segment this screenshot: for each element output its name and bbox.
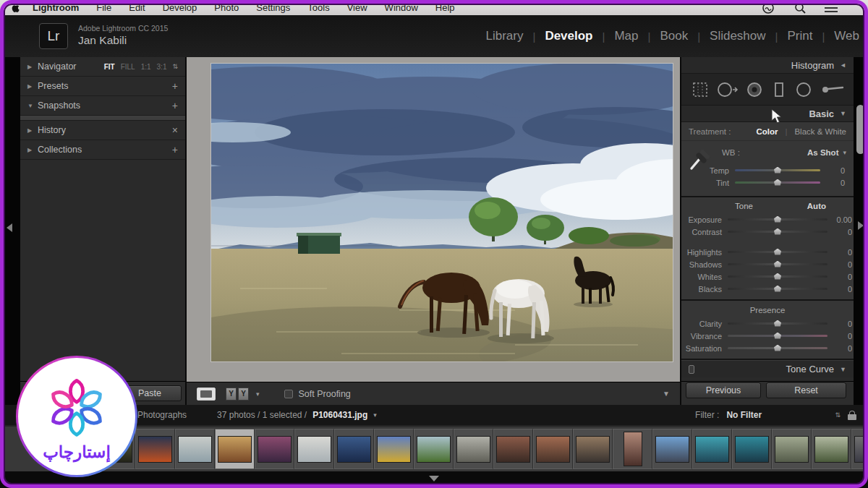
filmstrip-thumbnail[interactable] <box>135 429 175 469</box>
slider-track[interactable] <box>728 347 827 349</box>
filmstrip-thumbnail[interactable] <box>533 429 573 469</box>
filmstrip-thumbnail[interactable] <box>294 429 334 469</box>
tone-curve-header[interactable]: Tone Curve ▼ <box>681 360 854 377</box>
thumbnail-image[interactable] <box>178 436 212 463</box>
slider-knob[interactable] <box>774 285 781 291</box>
main-photo[interactable] <box>211 64 673 361</box>
adjustment-brush-icon[interactable] <box>820 80 846 100</box>
thumbnail-image[interactable] <box>576 436 610 463</box>
slider-track[interactable] <box>735 169 820 171</box>
histogram-header[interactable]: Histogram ◄ <box>681 57 854 74</box>
slider-track[interactable] <box>735 181 820 184</box>
before-after-view-icons[interactable]: Y Y <box>226 388 249 401</box>
thumbnail-image[interactable] <box>138 436 172 463</box>
thumbnail-image[interactable] <box>297 436 331 463</box>
before-after-yy-icon[interactable]: Y <box>238 388 249 401</box>
filmstrip-thumbnail[interactable] <box>613 429 652 469</box>
slider-knob[interactable] <box>774 248 781 254</box>
slider-tint[interactable]: Tint0 <box>689 176 846 189</box>
panel-section-history[interactable]: ▶History× <box>20 121 185 140</box>
navigator-zoom-fit[interactable]: FIT <box>104 63 115 71</box>
wb-dropdown-caret-icon[interactable]: ▾ <box>843 149 846 156</box>
notification-list-icon[interactable] <box>825 3 838 13</box>
filmstrip-thumbnail[interactable] <box>374 429 414 469</box>
menu-item-help[interactable]: Help <box>435 2 455 13</box>
slider-shadows[interactable]: Shadows0 <box>681 258 854 270</box>
menu-item-settings[interactable]: Settings <box>256 2 290 13</box>
slider-track[interactable] <box>728 263 827 265</box>
disclosure-triangle-icon[interactable]: ▶ <box>27 147 38 153</box>
basic-header[interactable]: Basic ▼ <box>681 106 854 122</box>
slider-temp[interactable]: Temp0 <box>689 164 846 176</box>
slider-whites[interactable]: Whites0 <box>681 270 854 283</box>
slider-clarity[interactable]: Clarity0 <box>681 317 854 330</box>
module-tab-web[interactable]: Web <box>831 29 862 43</box>
slider-vibrance[interactable]: Vibrance0 <box>681 330 854 342</box>
thumbnail-image[interactable] <box>854 436 868 463</box>
disclosure-triangle-icon[interactable]: ▶ <box>27 64 38 70</box>
disclosure-triangle-icon[interactable]: ▶ <box>27 83 38 90</box>
menu-item-develop[interactable]: Develop <box>163 2 197 13</box>
slider-knob[interactable] <box>774 215 781 222</box>
collapse-right-arrow-icon[interactable] <box>858 221 864 230</box>
thumbnail-image[interactable] <box>695 436 729 463</box>
right-scrollbar-thumb[interactable] <box>856 105 864 154</box>
spotlight-search-icon[interactable] <box>794 2 806 14</box>
creative-cloud-icon[interactable] <box>761 2 775 14</box>
slider-track[interactable] <box>728 288 827 290</box>
previous-button[interactable]: Previous <box>686 382 761 398</box>
loupe-view-icon[interactable] <box>197 388 216 401</box>
section-action-icon[interactable]: + <box>172 100 178 111</box>
collapse-left-arrow-icon[interactable] <box>7 223 12 232</box>
navigator-header[interactable]: ▶ Navigator FITFILL1:13:1⇅ <box>20 57 185 77</box>
menu-item-lightroom[interactable]: Lightroom <box>33 2 79 13</box>
slider-blacks[interactable]: Blacks0 <box>681 283 854 295</box>
filmstrip-thumbnail[interactable] <box>215 429 255 469</box>
disclosure-triangle-icon[interactable]: ▶ <box>27 127 38 134</box>
panel-section-snapshots[interactable]: ▼Snapshots+ <box>20 96 185 116</box>
menu-item-file[interactable]: File <box>96 2 111 13</box>
basic-collapse-icon[interactable]: ▼ <box>840 110 846 117</box>
right-panel-collapse-strip[interactable] <box>854 57 868 405</box>
menu-item-photo[interactable]: Photo <box>214 2 239 13</box>
thumbnail-image[interactable] <box>496 436 530 463</box>
before-after-yy-icon[interactable]: Y <box>226 388 237 401</box>
slider-knob[interactable] <box>774 273 781 279</box>
slider-saturation[interactable]: Saturation0 <box>681 342 854 354</box>
section-action-icon[interactable]: + <box>172 80 178 92</box>
thumbnail-image[interactable] <box>456 436 490 463</box>
filmstrip-thumbnail[interactable] <box>255 429 294 469</box>
thumbnail-image[interactable] <box>775 436 809 463</box>
red-eye-correction-icon[interactable] <box>744 80 765 100</box>
slider-knob[interactable] <box>774 332 781 338</box>
left-panel-collapse-strip[interactable] <box>0 57 20 405</box>
module-tab-slideshow[interactable]: Slideshow <box>707 29 769 43</box>
wb-eyedropper-icon[interactable] <box>689 148 710 174</box>
view-mode-caret-icon[interactable]: ▾ <box>256 390 260 398</box>
panel-section-presets[interactable]: ▶Presets+ <box>20 77 185 96</box>
section-action-icon[interactable]: × <box>172 124 178 136</box>
slider-knob[interactable] <box>774 344 781 351</box>
filmstrip-thumbnail[interactable] <box>812 429 851 469</box>
slider-highlights[interactable]: Highlights0 <box>681 246 854 258</box>
tone-curve-collapse-icon[interactable]: ▼ <box>840 366 846 373</box>
filmstrip-thumbnail[interactable] <box>175 429 215 469</box>
crop-overlay-icon[interactable] <box>689 80 711 100</box>
histogram-collapse-icon[interactable]: ◄ <box>840 61 846 69</box>
thumbnail-image[interactable] <box>337 436 371 463</box>
navigator-zoom-fill[interactable]: FILL <box>121 63 135 71</box>
filmstrip-filename[interactable]: P1060431.jpg <box>312 410 367 420</box>
slider-track[interactable] <box>728 275 827 278</box>
reset-button[interactable]: Reset <box>766 382 846 398</box>
filmstrip-thumbnail[interactable] <box>573 429 613 469</box>
filmstrip-caret-icon[interactable]: ▾ <box>373 411 377 419</box>
slider-exposure[interactable]: Exposure0.00 <box>681 213 854 226</box>
menu-item-edit[interactable]: Edit <box>129 2 145 13</box>
filmstrip-source[interactable]: Photographs <box>137 410 187 420</box>
filmstrip-thumbnail[interactable] <box>652 429 692 469</box>
spot-removal-icon[interactable] <box>715 80 739 100</box>
slider-track[interactable] <box>728 322 827 325</box>
wb-value[interactable]: As Shot <box>807 148 838 157</box>
module-tab-print[interactable]: Print <box>784 29 815 43</box>
filmstrip-thumbnail[interactable] <box>851 429 868 469</box>
